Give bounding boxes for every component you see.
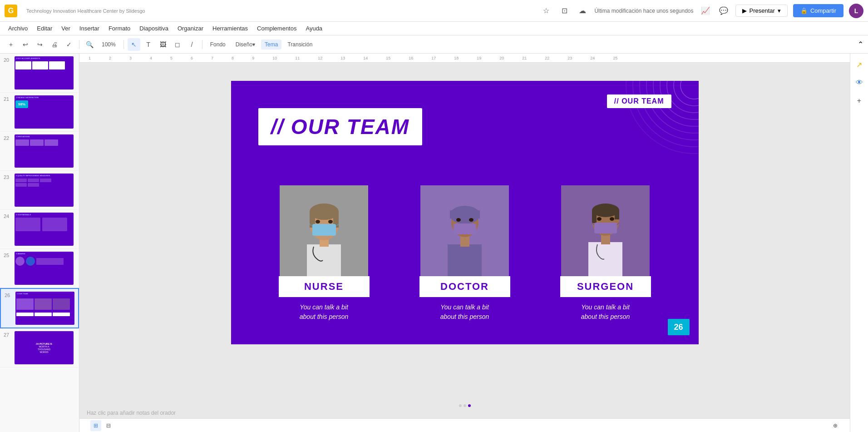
menu-editar[interactable]: Editar: [33, 23, 56, 34]
svg-point-19: [316, 220, 320, 223]
comment-icon[interactable]: 💬: [717, 5, 730, 17]
menu-diapositiva[interactable]: Diapositiva: [136, 23, 172, 34]
svg-rect-27: [454, 223, 476, 234]
spellcheck-button[interactable]: ✓: [63, 38, 75, 51]
svg-point-41: [610, 217, 614, 221]
svg-point-2: [667, 81, 699, 113]
line-tool[interactable]: /: [186, 38, 198, 51]
slide-dot-2: [464, 404, 466, 407]
star-icon[interactable]: ☆: [540, 5, 552, 17]
svg-point-1: [674, 81, 699, 106]
user-avatar[interactable]: L: [849, 4, 863, 18]
last-saved-text: Última modificación hace unos segundos: [594, 8, 693, 14]
menu-formato[interactable]: Formato: [105, 23, 134, 34]
svg-point-40: [597, 217, 602, 221]
svg-rect-37: [594, 223, 617, 233]
redo-button[interactable]: ↪: [34, 38, 46, 51]
notes-area[interactable]: Haz clic para añadir notas del orador: [79, 408, 850, 417]
thumbnail-27[interactable]: 27 //A PICTURE IS WORTH A THOUSAND WORDS: [0, 328, 79, 367]
thumbnail-23[interactable]: 23 // QUALITY IMPROVEMENT MEASURES: [0, 171, 79, 210]
zoom-out-button[interactable]: 🔍: [83, 38, 96, 51]
team-member-doctor[interactable]: DOCTOR You can talk a bitabout this pers…: [419, 185, 510, 322]
top-bar: G Technology Innovation Healthcare Cente…: [0, 0, 868, 22]
zoom-fit-icon[interactable]: ⊕: [828, 418, 843, 432]
ruler: 12 34 56 78 910 1112 1314 1516 1718 1920…: [79, 54, 850, 63]
team-members-container: NURSE You can talk a bitabout this perso…: [231, 185, 699, 322]
present-button[interactable]: ▶ Presentar ▾: [735, 5, 788, 17]
menu-ayuda[interactable]: Ayuda: [302, 23, 326, 34]
menu-insertar[interactable]: Insertar: [76, 23, 103, 34]
nurse-name: NURSE: [279, 281, 370, 293]
cloud-icon[interactable]: ☁: [576, 5, 589, 17]
document-title: Technology Innovation Healthcare Center …: [23, 7, 534, 14]
slide-canvas[interactable]: // OUR TEAM // OUR TEAM: [231, 81, 699, 344]
slide-dot-3: [468, 404, 471, 407]
cursor-tool[interactable]: ↖: [128, 38, 140, 51]
present-icon: ▶: [742, 7, 747, 14]
nurse-figure-svg: [280, 185, 368, 276]
share-button[interactable]: 🔒 Compartir: [793, 4, 843, 17]
slide-title-text: // OUR TEAM: [271, 114, 410, 139]
svg-rect-16: [312, 224, 336, 236]
collapse-toolbar-button[interactable]: ⌃: [858, 40, 863, 49]
surgeon-name: SURGEON: [560, 281, 651, 293]
zoom-level[interactable]: 100%: [98, 39, 120, 50]
team-member-nurse[interactable]: NURSE You can talk a bitabout this perso…: [279, 185, 370, 322]
menu-archivo[interactable]: Archivo: [5, 23, 31, 34]
svg-rect-22: [448, 244, 482, 276]
thumbnail-21[interactable]: 21 // PATIENT SATISFACTION 98%: [0, 93, 79, 132]
grid-view-toggle[interactable]: ⊞: [90, 420, 101, 431]
thumb-img-23: // QUALITY IMPROVEMENT MEASURES: [15, 174, 74, 207]
thumb-img-26: // OUR TEAM: [15, 292, 74, 325]
top-right-label: // OUR TEAM: [607, 94, 671, 108]
thumb-number-25: 25: [4, 252, 12, 258]
slide-dots: [79, 402, 850, 409]
separator-2: [123, 40, 124, 49]
slide-dot-1: [459, 404, 462, 407]
notes-placeholder: Haz clic para añadir notas del orador: [87, 410, 176, 416]
chart-icon[interactable]: 📈: [699, 5, 712, 17]
cursor-side-icon[interactable]: ↗: [852, 57, 867, 72]
present-chevron: ▾: [778, 7, 781, 14]
transition-label[interactable]: Transición: [283, 39, 316, 50]
thumb-number-23: 23: [4, 174, 12, 180]
thumb-img-20: // KEY ACCOMPLISHMENTS: [15, 56, 74, 89]
image-tool[interactable]: 🖼: [157, 38, 169, 51]
slide-title-banner[interactable]: // OUR TEAM: [258, 108, 423, 145]
menu-ver[interactable]: Ver: [58, 23, 74, 34]
thumb-number-27: 27: [4, 331, 12, 338]
menu-complementos[interactable]: Complementos: [253, 23, 300, 34]
svg-point-8: [626, 81, 699, 154]
menu-herramientas[interactable]: Herramientas: [209, 23, 252, 34]
theme-label[interactable]: Tema: [261, 40, 281, 50]
team-member-surgeon[interactable]: SURGEON You can talk a bitabout this per…: [560, 185, 651, 322]
svg-rect-36: [615, 210, 619, 219]
thumbnail-24[interactable]: 24 // TESTIMONIALS: [0, 210, 79, 249]
thumbnail-25[interactable]: 25 // AWARDS: [0, 249, 79, 288]
thumb-img-27: //A PICTURE IS WORTH A THOUSAND WORDS: [15, 331, 74, 364]
menu-organizar[interactable]: Organizar: [174, 23, 207, 34]
add-slide-button[interactable]: +: [5, 38, 17, 51]
folder-icon[interactable]: ⊡: [558, 5, 571, 17]
plus-side-icon[interactable]: +: [852, 94, 867, 108]
svg-point-28: [456, 218, 461, 222]
design-label[interactable]: Diseño▾: [232, 39, 259, 50]
thumbnail-20[interactable]: 20 // KEY ACCOMPLISHMENTS: [0, 54, 79, 93]
thumb-number-20: 20: [4, 56, 12, 63]
separator-3: [202, 40, 202, 49]
shape-tool[interactable]: ◻: [171, 38, 184, 51]
list-view-toggle[interactable]: ⊟: [103, 420, 114, 431]
svg-point-7: [633, 81, 699, 147]
main-editing-area: // OUR TEAM // OUR TEAM: [79, 63, 850, 418]
svg-rect-31: [588, 242, 622, 276]
print-button[interactable]: 🖨: [48, 38, 61, 51]
undo-button[interactable]: ↩: [19, 38, 32, 51]
status-bar: ⊞ ⊟ ⊕: [79, 418, 850, 432]
background-label[interactable]: Fondo: [206, 39, 230, 50]
text-tool[interactable]: T: [142, 38, 155, 51]
page-number: 26: [668, 319, 690, 335]
thumbnail-26[interactable]: 26 // OUR TEAM: [0, 288, 79, 328]
eye-side-icon[interactable]: 👁: [852, 75, 867, 90]
thumbnail-22[interactable]: 22 // INNOVATIONS: [0, 132, 79, 171]
thumb-number-22: 22: [4, 134, 12, 141]
